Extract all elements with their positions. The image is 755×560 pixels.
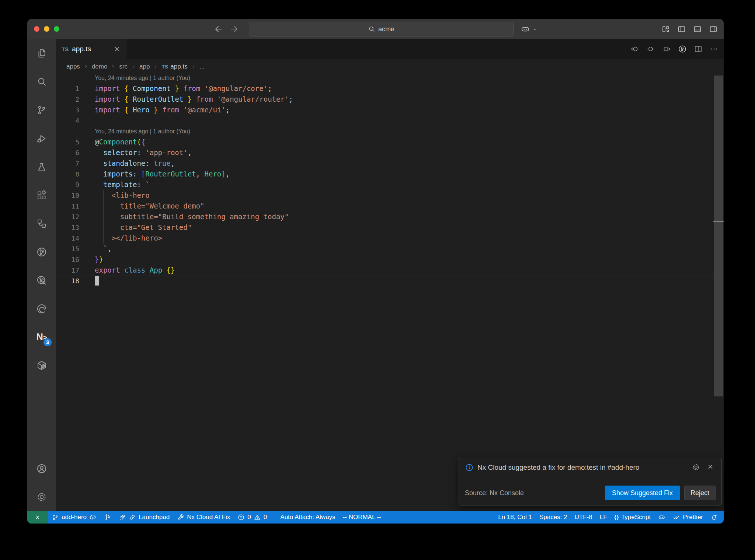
sidebar-item-extensions[interactable] (27, 181, 56, 209)
breadcrumb-item-src[interactable]: src (119, 63, 128, 70)
nav-back-circle-icon[interactable] (630, 45, 639, 53)
code-line[interactable]: 1import { Component } from '@angular/cor… (56, 83, 713, 94)
statusbar-commits-item[interactable] (100, 511, 115, 524)
line-number: 17 (56, 265, 79, 276)
code-line[interactable]: 18 (56, 276, 713, 286)
layout-sidebar-right-icon[interactable] (709, 25, 718, 34)
sidebar-item-containers[interactable] (27, 351, 56, 379)
window-controls (34, 26, 59, 32)
statusbar-notifications-item[interactable] (707, 511, 721, 524)
statusbar-label: Spaces: 2 (539, 514, 567, 521)
circle-dash-icon[interactable] (646, 45, 655, 53)
navigate-forward-icon[interactable] (229, 24, 239, 34)
code-line[interactable]: 10 <lib-hero (56, 190, 713, 201)
breadcrumb-item-app[interactable]: app (139, 63, 150, 70)
close-tab-icon[interactable] (114, 45, 121, 53)
sidebar-item-source-control[interactable] (27, 96, 56, 124)
statusbar-language-item[interactable]: {}TypeScript (611, 511, 655, 524)
breadcrumb-item-file[interactable]: TSapp.ts (161, 63, 187, 70)
sidebar-item-edge-browser[interactable] (27, 294, 56, 323)
code-editor[interactable]: You, 24 minutes ago | 1 author (You)1imp… (56, 74, 724, 511)
line-number: 3 (56, 105, 79, 115)
code-line[interactable]: 5@Component({ (56, 137, 713, 147)
minimize-window-button[interactable] (44, 26, 49, 32)
copilot-icon (658, 514, 665, 521)
customize-layout-icon[interactable] (661, 25, 670, 34)
layout-panel-icon[interactable] (693, 25, 702, 34)
statusbar-branch-item[interactable]: add-hero (48, 511, 100, 524)
sidebar-item-search[interactable] (27, 67, 56, 96)
line-number: 11 (56, 201, 79, 211)
tab-app-ts[interactable]: TS app.ts (56, 39, 126, 59)
breadcrumb-item-apps[interactable]: apps (66, 63, 80, 70)
command-center-search[interactable]: acme (249, 22, 514, 36)
statusbar-label: LF (600, 514, 607, 521)
statusbar-encoding-item[interactable]: UTF-8 (571, 511, 596, 524)
statusbar-eol-item[interactable]: LF (596, 511, 611, 524)
reject-button[interactable]: Reject (684, 486, 716, 500)
line-number: 2 (56, 94, 79, 105)
sidebar-item-run-debug[interactable] (27, 124, 56, 153)
scrollbar-thumb[interactable] (714, 76, 723, 396)
statusbar-copilot-item[interactable] (654, 511, 669, 524)
typescript-file-icon: TS (161, 64, 168, 70)
statusbar-indentation-item[interactable]: Spaces: 2 (536, 511, 571, 524)
sidebar-item-testing[interactable] (27, 153, 56, 181)
statusbar-label: add-hero (62, 514, 87, 521)
statusbar-vim-mode-item[interactable]: -- NORMAL -- (339, 511, 385, 524)
navigate-back-icon[interactable] (214, 24, 223, 34)
code-line[interactable]: 13 cta="Get Started" (56, 222, 713, 233)
git-branch-icon (52, 514, 59, 521)
nx-run-icon[interactable] (678, 45, 687, 53)
code-rows: You, 24 minutes ago | 1 author (You)1imp… (56, 74, 713, 286)
git-blame-annotation: You, 24 minutes ago | 1 author (You) (56, 74, 713, 83)
split-editor-icon[interactable] (694, 45, 703, 53)
sidebar-item-nx-project-graph[interactable] (27, 238, 56, 266)
breadcrumb-item-demo[interactable]: demo (92, 63, 108, 70)
more-actions-icon[interactable] (710, 45, 719, 53)
breadcrumb-item-more[interactable]: ... (199, 63, 205, 70)
code-line[interactable]: 2import { RouterOutlet } from '@angular/… (56, 94, 713, 105)
code-text: }) (79, 254, 103, 265)
circle-arrow-right-icon[interactable] (662, 45, 671, 53)
sidebar-item-settings[interactable] (27, 483, 56, 511)
code-line[interactable]: 7 standalone: true, (56, 158, 713, 169)
code-line[interactable]: 4 (56, 115, 713, 126)
code-line[interactable]: 8 imports: [RouterOutlet, Hero], (56, 169, 713, 179)
statusbar-launchpad-item[interactable]: Launchpad (115, 511, 173, 524)
code-line[interactable]: 15 `, (56, 244, 713, 254)
code-line[interactable]: 14 ></lib-hero> (56, 233, 713, 244)
editor-scrollbar[interactable] (713, 74, 724, 511)
notification-close-icon[interactable] (707, 463, 716, 472)
statusbar-cursor-position-item[interactable]: Ln 18, Col 1 (494, 511, 536, 524)
statusbar-nx-cloud-fix-item[interactable]: Nx Cloud AI Fix (173, 511, 234, 524)
statusbar-label: Prettier (683, 514, 703, 521)
source-control-icon (36, 105, 47, 116)
close-window-button[interactable] (34, 26, 39, 32)
statusbar-auto-attach-item[interactable]: Auto Attach: Always (276, 511, 339, 524)
code-line[interactable]: 12 subtitle="Build something amazing tod… (56, 211, 713, 222)
sidebar-item-nx-flow[interactable] (27, 209, 56, 238)
chevron-down-icon[interactable] (532, 26, 538, 32)
zoom-window-button[interactable] (54, 26, 59, 32)
notification-settings-gear-icon[interactable] (692, 463, 701, 472)
code-line[interactable]: 9 template: ` (56, 179, 713, 190)
cloud-upload-icon (89, 514, 97, 521)
sidebar-item-nx-console[interactable]: N>3 (27, 323, 56, 351)
statusbar-prettier-item[interactable]: Prettier (669, 511, 707, 524)
code-line[interactable]: 6 selector: 'app-root', (56, 147, 713, 158)
code-line[interactable]: 11 title="Welcmoe demo" (56, 201, 713, 211)
copilot-icon[interactable] (521, 24, 530, 34)
show-suggested-fix-button[interactable]: Show Suggested Fix (605, 486, 680, 500)
container-icon (36, 360, 47, 371)
layout-sidebar-left-icon[interactable] (677, 25, 686, 34)
statusbar-remote-indicator[interactable] (27, 511, 48, 524)
line-number: 18 (56, 276, 79, 286)
code-line[interactable]: 16}) (56, 254, 713, 265)
sidebar-item-accounts[interactable] (27, 454, 56, 483)
statusbar-problems-item[interactable]: 00 (234, 511, 271, 524)
sidebar-item-explorer[interactable] (27, 39, 56, 67)
sidebar-item-nx-graph-explorer[interactable] (27, 266, 56, 294)
code-line[interactable]: 3import { Hero } from '@acme/ui'; (56, 105, 713, 115)
code-line[interactable]: 17export class App {} (56, 265, 713, 276)
